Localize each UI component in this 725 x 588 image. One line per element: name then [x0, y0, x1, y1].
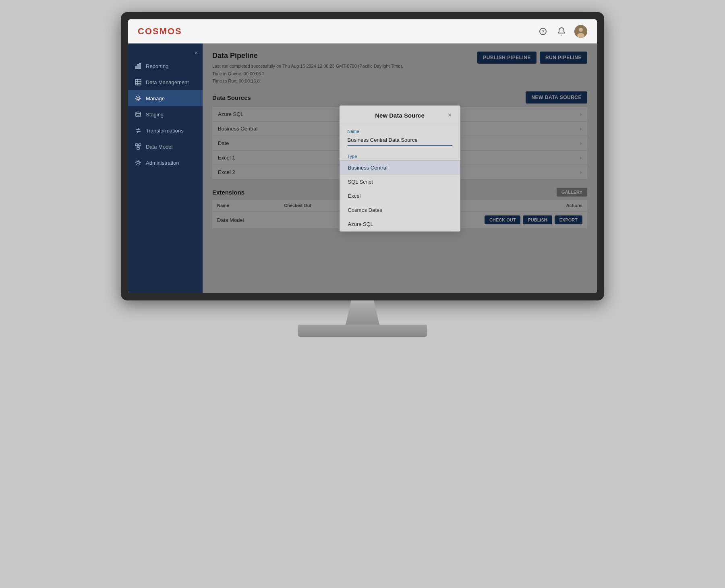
svg-rect-8 [137, 64, 139, 69]
svg-point-15 [136, 112, 141, 114]
modal-close-button[interactable]: × [446, 111, 454, 119]
dropdown-item-azure-sql[interactable]: Azure SQL [340, 217, 460, 231]
logo-text: COSMOS [138, 26, 182, 36]
app-container: COSMOS ? [128, 19, 597, 293]
admin-icon [135, 159, 142, 166]
dropdown-item-excel[interactable]: Excel [340, 189, 460, 203]
name-label: Name [348, 129, 452, 134]
svg-rect-17 [139, 144, 141, 146]
help-icon[interactable]: ? [537, 26, 549, 37]
modal-body: Name [340, 123, 460, 151]
sidebar-label-administration: Administration [146, 160, 179, 166]
svg-point-6 [577, 33, 584, 38]
main-layout: « Reporting [128, 43, 597, 293]
modal-header: New Data Source × [340, 106, 460, 123]
svg-rect-10 [135, 79, 141, 85]
name-input[interactable] [348, 135, 452, 146]
app-logo: COSMOS [138, 26, 182, 37]
table-icon [135, 79, 142, 86]
staging-icon [135, 111, 142, 118]
screen-inner: COSMOS ? [128, 19, 597, 293]
sidebar-item-manage[interactable]: Manage [128, 90, 203, 106]
user-avatar[interactable] [574, 25, 587, 38]
model-icon [135, 143, 142, 150]
transform-icon [135, 127, 142, 134]
svg-rect-18 [137, 147, 139, 149]
bell-icon[interactable] [556, 26, 567, 37]
sidebar-label-staging: Staging [146, 112, 164, 118]
type-dropdown-list: Business Central SQL Script Excel Cosmos… [340, 160, 460, 232]
stand-neck [334, 300, 391, 325]
manage-icon [135, 95, 142, 102]
svg-rect-7 [135, 66, 137, 69]
sidebar-label-data-model: Data Model [146, 144, 172, 150]
sidebar-item-transformations[interactable]: Transformations [128, 122, 203, 139]
svg-text:?: ? [542, 29, 545, 35]
svg-point-14 [137, 97, 139, 99]
sidebar-label-manage: Manage [146, 95, 165, 101]
modal-title: New Data Source [348, 112, 452, 119]
dropdown-item-business-central[interactable]: Business Central [340, 161, 460, 175]
dropdown-item-cosmos-dates[interactable]: Cosmos Dates [340, 203, 460, 217]
sidebar-label-transformations: Transformations [146, 128, 183, 134]
dropdown-item-sql-script[interactable]: SQL Script [340, 175, 460, 189]
modal-overlay[interactable]: New Data Source × Name Type [203, 43, 597, 293]
sidebar-item-reporting[interactable]: Reporting [128, 58, 203, 74]
svg-point-21 [137, 161, 139, 164]
chart-icon [135, 62, 142, 70]
sidebar-item-staging[interactable]: Staging [128, 106, 203, 122]
monitor-stand [121, 300, 604, 337]
svg-rect-16 [135, 144, 138, 146]
sidebar-label-data-management: Data Management [146, 79, 189, 85]
sidebar-item-data-model[interactable]: Data Model [128, 139, 203, 155]
type-label: Type [340, 152, 460, 159]
svg-point-5 [579, 28, 583, 32]
monitor-screen: COSMOS ? [121, 12, 604, 300]
svg-rect-9 [139, 63, 141, 69]
stand-base [298, 325, 427, 337]
sidebar: « Reporting [128, 43, 203, 293]
type-section: Type Business Central SQL Script Excel C… [340, 151, 460, 232]
new-data-source-modal: New Data Source × Name Type [340, 106, 460, 232]
monitor-wrapper: COSMOS ? [121, 12, 604, 337]
sidebar-item-administration[interactable]: Administration [128, 155, 203, 171]
sidebar-item-data-management[interactable]: Data Management [128, 74, 203, 90]
content-area: Data Pipeline Last run completed success… [203, 43, 597, 293]
sidebar-label-reporting: Reporting [146, 63, 168, 69]
app-header: COSMOS ? [128, 19, 597, 43]
sidebar-collapse-button[interactable]: « [128, 47, 203, 58]
header-icons: ? [537, 25, 587, 38]
